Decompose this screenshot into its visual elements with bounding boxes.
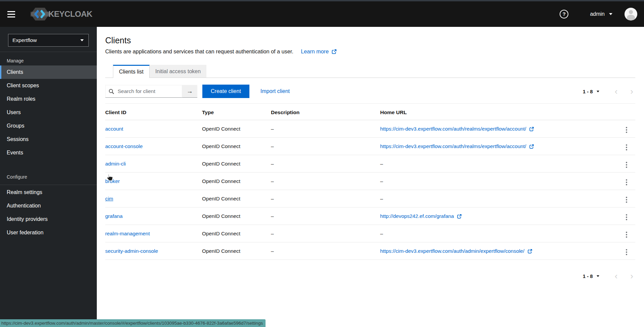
- sidebar-item-events[interactable]: Events: [0, 146, 97, 159]
- avatar-head: [629, 10, 633, 14]
- search-input[interactable]: [105, 85, 182, 98]
- pagination-range: 1 - 8: [583, 89, 593, 94]
- sidebar-item-sessions[interactable]: Sessions: [0, 133, 97, 146]
- learn-more-link[interactable]: Learn more: [301, 48, 336, 54]
- sidebar-item-realm-roles[interactable]: Realm roles: [0, 92, 97, 106]
- column-description: Description: [271, 104, 380, 120]
- external-link-icon: [528, 249, 532, 253]
- external-link-icon: [332, 49, 336, 54]
- external-link-icon: [529, 127, 534, 131]
- keycloak-logo-icon: [30, 7, 50, 21]
- client-link[interactable]: security-admin-console: [105, 248, 158, 254]
- row-kebab-menu[interactable]: [625, 213, 629, 222]
- home-url-empty: –: [380, 225, 620, 242]
- external-link-icon: [457, 214, 461, 219]
- pagination-prev-button[interactable]: ‹: [615, 273, 618, 279]
- pagination-prev-button[interactable]: ‹: [615, 88, 618, 95]
- home-url-link[interactable]: https://cim-dev3.expertflow.com/auth/rea…: [380, 143, 534, 149]
- client-link[interactable]: cim: [105, 196, 113, 201]
- row-kebab-menu[interactable]: [625, 178, 629, 187]
- sidebar-item-clients[interactable]: Clients: [0, 65, 97, 79]
- avatar-shoulders: [627, 15, 635, 20]
- username: admin: [590, 11, 605, 17]
- help-icon[interactable]: ?: [560, 10, 568, 18]
- realm-selector-value: Expertflow: [12, 37, 37, 43]
- pagination-range-menu[interactable]: 1 - 8: [583, 89, 599, 94]
- row-kebab-menu[interactable]: [625, 143, 629, 152]
- chevron-down-icon: [597, 275, 599, 277]
- import-client-link[interactable]: Import client: [260, 88, 290, 94]
- tab-clients-list[interactable]: Clients list: [113, 65, 150, 78]
- nav-group-manage: Clients Client scopes Realm roles Users …: [0, 65, 97, 159]
- chevron-down-icon: [80, 39, 84, 41]
- client-description: –: [271, 207, 380, 225]
- keycloak-admin-console: KEYCLOAK ? admin Expertflow Manage Clie: [0, 0, 644, 327]
- table-row: account OpenID Connect – https://cim-dev…: [105, 120, 635, 138]
- client-link[interactable]: account: [105, 126, 123, 132]
- client-description: –: [271, 173, 380, 190]
- main-content: Clients Clients are applications and ser…: [97, 27, 644, 327]
- sidebar-item-user-federation[interactable]: User federation: [0, 226, 97, 239]
- sidebar-item-authentication[interactable]: Authentication: [0, 199, 97, 213]
- client-link[interactable]: account-console: [105, 143, 143, 149]
- sidebar-item-identity-providers[interactable]: Identity providers: [0, 213, 97, 226]
- avatar[interactable]: [625, 8, 637, 20]
- table-row: admin-cli OpenID Connect – –: [105, 155, 635, 173]
- client-description: –: [271, 242, 380, 260]
- row-kebab-menu[interactable]: [625, 230, 629, 239]
- create-client-button[interactable]: Create client: [202, 85, 249, 98]
- table-row: security-admin-console OpenID Connect – …: [105, 242, 635, 260]
- brand-text: KEYCLOAK: [48, 9, 92, 19]
- mouse-cursor-pointer: [106, 174, 113, 181]
- client-description: –: [271, 155, 380, 173]
- home-url-link[interactable]: https://cim-dev3.expertflow.com/auth/adm…: [380, 248, 532, 254]
- pagination-next-button[interactable]: ›: [630, 88, 633, 95]
- search-group: →: [105, 85, 197, 98]
- status-url: https://cim-dev3.expertflow.com/auth/adm…: [1, 321, 263, 326]
- home-url-link[interactable]: http://devops242.ef.com/grafana: [380, 213, 461, 219]
- column-client-id: Client ID: [105, 104, 202, 120]
- arrow-right-icon: →: [187, 88, 193, 95]
- nav-toggle-button[interactable]: [7, 7, 21, 21]
- realm-selector[interactable]: Expertflow: [8, 34, 89, 47]
- sidebar-item-groups[interactable]: Groups: [0, 119, 97, 133]
- sidebar-item-realm-settings[interactable]: Realm settings: [0, 186, 97, 199]
- sidebar-item-users[interactable]: Users: [0, 106, 97, 119]
- pagination-range-menu[interactable]: 1 - 8: [583, 273, 599, 279]
- search-icon: [109, 89, 114, 94]
- home-url-empty: –: [380, 155, 620, 173]
- nav-group-configure-label: Configure: [0, 168, 97, 182]
- row-kebab-menu[interactable]: [625, 126, 629, 135]
- pagination-next-button[interactable]: ›: [630, 273, 633, 279]
- tab-initial-access-token[interactable]: Initial access token: [150, 65, 206, 78]
- home-url-link[interactable]: https://cim-dev3.expertflow.com/auth/rea…: [380, 126, 534, 132]
- client-description: –: [271, 190, 380, 207]
- row-kebab-menu[interactable]: [625, 195, 629, 204]
- row-kebab-menu[interactable]: [625, 248, 629, 257]
- client-description: –: [271, 225, 380, 242]
- client-type: OpenID Connect: [202, 207, 271, 225]
- sidebar-item-client-scopes[interactable]: Client scopes: [0, 79, 97, 92]
- chevron-down-icon: [609, 13, 612, 15]
- client-description: –: [271, 138, 380, 155]
- page-description-text: Clients are applications and services th…: [105, 48, 293, 54]
- client-link[interactable]: grafana: [105, 213, 123, 219]
- search-submit-button[interactable]: →: [182, 85, 197, 98]
- pagination-top: 1 - 8 ‹ ›: [583, 88, 633, 95]
- client-link[interactable]: realm-management: [105, 231, 150, 236]
- sidebar: Expertflow Manage Clients Client scopes …: [0, 27, 97, 327]
- client-description: –: [271, 120, 380, 138]
- nav-group-manage-label: Manage: [0, 52, 97, 65]
- client-link[interactable]: admin-cli: [105, 161, 126, 167]
- pagination-range: 1 - 8: [583, 273, 593, 279]
- user-menu[interactable]: admin: [590, 11, 612, 17]
- client-type: OpenID Connect: [202, 173, 271, 190]
- table-header-row: Client ID Type Description Home URL: [105, 104, 635, 120]
- client-type: OpenID Connect: [202, 138, 271, 155]
- masthead: KEYCLOAK ? admin: [0, 1, 644, 27]
- row-kebab-menu[interactable]: [625, 160, 629, 170]
- status-link-preview: https://cim-dev3.expertflow.com/auth/adm…: [0, 319, 266, 327]
- chevron-down-icon: [597, 91, 599, 92]
- toolbar: → Create client Import client 1 - 8 ‹ ›: [105, 85, 635, 104]
- table-row: realm-management OpenID Connect – –: [105, 225, 635, 242]
